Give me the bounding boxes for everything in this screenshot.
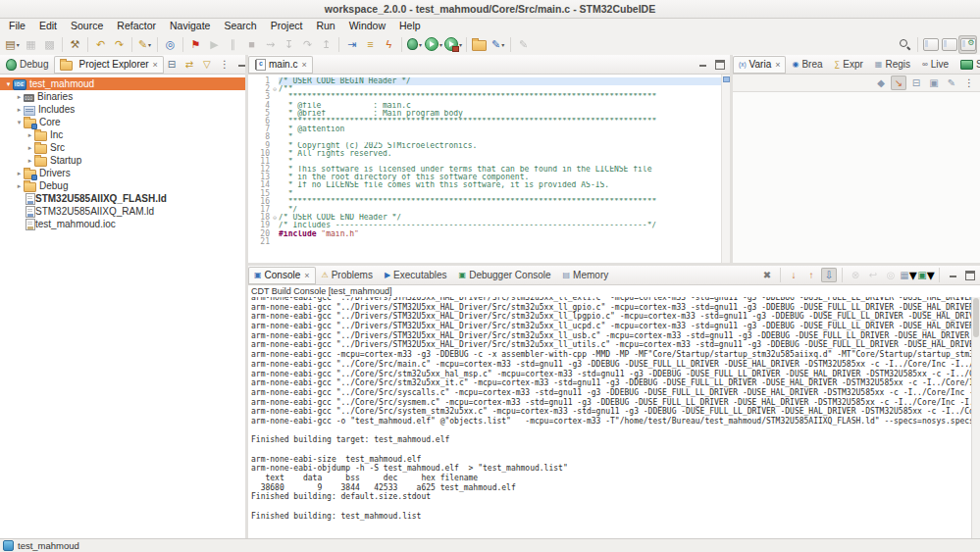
- menu-search[interactable]: Search: [217, 19, 263, 33]
- disconnect-button[interactable]: ⇝: [261, 35, 280, 54]
- show-stderr-changed-button[interactable]: ↑: [803, 268, 819, 282]
- new-wizard-button[interactable]: ✎▾: [489, 35, 507, 54]
- collapse-all-button[interactable]: ⊟: [164, 57, 180, 72]
- fold-marker-icon[interactable]: ⊖: [271, 85, 279, 93]
- code-line[interactable]: 1/* USER CODE BEGIN Header */: [248, 77, 721, 85]
- editor-tab-main-c[interactable]: main.c×: [248, 56, 313, 74]
- run-button[interactable]: ▾: [424, 35, 443, 54]
- clear-console-button[interactable]: ⊗: [848, 268, 863, 282]
- code-line[interactable]: 3 **************************************…: [248, 93, 721, 101]
- console-output[interactable]: arm-none-eabi-gcc "../Drivers/STM32U5xx_…: [248, 297, 980, 539]
- code-line[interactable]: 17 */: [248, 206, 721, 214]
- external-tools-button[interactable]: ▾: [443, 35, 463, 54]
- explorer-tab-project-explorer[interactable]: Project Explorer×: [54, 56, 163, 74]
- close-tab-icon[interactable]: ×: [301, 60, 306, 70]
- code-line[interactable]: 13 * in the root directory of this softw…: [248, 174, 721, 181]
- code-line[interactable]: 19/* Includes --------------------------…: [248, 222, 721, 229]
- fold-marker-icon[interactable]: ⊖: [271, 214, 279, 222]
- configure-button[interactable]: ✎: [944, 75, 959, 90]
- view-tab-brea[interactable]: ◉Brea: [786, 56, 828, 74]
- debug-perspective-button[interactable]: [958, 35, 977, 54]
- collapse-all-button[interactable]: ⊟: [908, 75, 924, 90]
- link-with-editor-button[interactable]: ⇄: [181, 57, 197, 72]
- console-tab-problems[interactable]: ⚠Problems: [316, 267, 379, 284]
- menu-help[interactable]: Help: [392, 19, 428, 33]
- code-line[interactable]: 21: [248, 238, 721, 246]
- display-selected-console-button[interactable]: ▦▾: [901, 268, 916, 282]
- show-console-action-button[interactable]: ≡: [361, 35, 380, 54]
- view-tab-expr[interactable]: ∑Expr: [829, 56, 869, 74]
- save-all-button[interactable]: ▩: [40, 35, 59, 54]
- terminate-console-button[interactable]: ✖: [759, 268, 775, 282]
- restore-history-forward-button[interactable]: ↷: [110, 35, 129, 54]
- tree-item-inc[interactable]: ▸Inc: [0, 128, 245, 141]
- menu-source[interactable]: Source: [64, 19, 110, 33]
- menu-file[interactable]: File: [2, 19, 32, 33]
- tree-expander-icon[interactable]: ▸: [15, 182, 24, 190]
- view-tab-varia[interactable]: (x)Varia×: [733, 56, 786, 74]
- tree-expander-icon[interactable]: ▸: [15, 170, 24, 177]
- search-button[interactable]: [896, 35, 914, 54]
- code-line[interactable]: 18⊖/* USER CODE END Header */: [248, 214, 721, 222]
- code-line[interactable]: 5 * @brief : Main program body: [248, 110, 721, 118]
- console-tab-executables[interactable]: ▶Executables: [379, 267, 453, 284]
- device-configuration-perspective-button[interactable]: [940, 35, 958, 54]
- editor-body[interactable]: 1/* USER CODE BEGIN Header */2⊖/**3 ****…: [248, 75, 730, 263]
- open-console-button[interactable]: ▣▾: [918, 268, 934, 282]
- code-line[interactable]: 16 *************************************…: [248, 198, 721, 206]
- maximize-console-button[interactable]: [962, 268, 978, 282]
- tree-item-includes[interactable]: ▸Includes: [0, 103, 245, 116]
- tree-expander-icon[interactable]: ▸: [15, 93, 24, 101]
- view-tab-sfrs[interactable]: SFRs: [954, 56, 980, 74]
- console-tab-debugger-console[interactable]: ▣Debugger Console: [453, 267, 557, 284]
- tree-item-stm32u585aiixq-ram-ld[interactable]: STM32U585AIIXQ_RAM.ld: [0, 205, 245, 218]
- suspend-button[interactable]: ∥: [224, 35, 242, 54]
- toggle-breakpoint-button[interactable]: ⚑: [186, 35, 205, 54]
- tree-expander-icon[interactable]: ▸: [15, 106, 24, 114]
- view-tab-regis[interactable]: ▦Regis: [869, 56, 916, 74]
- overview-ruler[interactable]: [721, 75, 730, 263]
- show-stdout-changed-button[interactable]: ↓: [786, 268, 801, 282]
- code-line[interactable]: 14 * If no LICENSE file comes with this …: [248, 181, 721, 189]
- console-tab-memory[interactable]: ▤Memory: [557, 267, 615, 284]
- save-button[interactable]: ▦: [22, 35, 40, 54]
- tree-item-drivers[interactable]: ▸Drivers: [0, 167, 245, 179]
- explorer-tab-debug[interactable]: Debug: [0, 56, 54, 74]
- code-line[interactable]: 9 * Copyright (c) 2025 STMicroelectronic…: [248, 142, 721, 150]
- tree-item-debug[interactable]: ▸Debug: [0, 179, 245, 192]
- build-all-button[interactable]: ⚒: [66, 35, 84, 54]
- build-project-button[interactable]: ✎▾: [135, 35, 154, 54]
- restore-history-back-button[interactable]: ↶: [91, 35, 110, 54]
- new-view-button[interactable]: ▣: [926, 75, 942, 90]
- tree-expander-icon[interactable]: ▸: [26, 131, 34, 139]
- code-line[interactable]: 7 * @attention: [248, 125, 721, 133]
- console-scrollbar[interactable]: [971, 297, 980, 539]
- terminate-button[interactable]: ■: [242, 35, 261, 54]
- tree-item-stm32u585aiixq-flash-ld[interactable]: STM32U585AIIXQ_FLASH.ld: [0, 192, 245, 205]
- pin-view-button[interactable]: ↘: [891, 75, 906, 90]
- search-file-button[interactable]: ◎: [161, 35, 180, 54]
- code-line[interactable]: 8 *: [248, 133, 721, 141]
- view-menu-button[interactable]: ⋮: [961, 75, 977, 90]
- tree-item-binaries[interactable]: ▸Binaries: [0, 90, 245, 103]
- code-line[interactable]: 15 *: [248, 190, 721, 198]
- console-tab-console[interactable]: ▣Console×: [248, 267, 316, 284]
- menu-window[interactable]: Window: [342, 19, 392, 33]
- step-return-button[interactable]: ↥: [317, 35, 335, 54]
- word-wrap-button[interactable]: ↩: [865, 268, 881, 282]
- code-line[interactable]: 11 *: [248, 158, 721, 166]
- show-type-names-button[interactable]: ◆: [873, 75, 889, 90]
- minimize-console-button[interactable]: [945, 268, 960, 282]
- menu-run[interactable]: Run: [309, 19, 341, 33]
- tree-item-test-mahmoud-ioc[interactable]: test_mahmoud.ioc: [0, 218, 245, 230]
- tree-expander-icon[interactable]: ▾: [15, 119, 24, 126]
- step-over-button[interactable]: ↷: [298, 35, 317, 54]
- tree-item-core[interactable]: ▾Core: [0, 116, 245, 128]
- resume-button[interactable]: ▶: [205, 35, 224, 54]
- filter-button[interactable]: ▽: [199, 57, 215, 72]
- menu-refactor[interactable]: Refactor: [110, 19, 163, 33]
- menu-navigate[interactable]: Navigate: [163, 19, 217, 33]
- step-into-button[interactable]: ↧: [280, 35, 298, 54]
- open-project-button[interactable]: [470, 35, 489, 54]
- code-line[interactable]: 6 **************************************…: [248, 118, 721, 125]
